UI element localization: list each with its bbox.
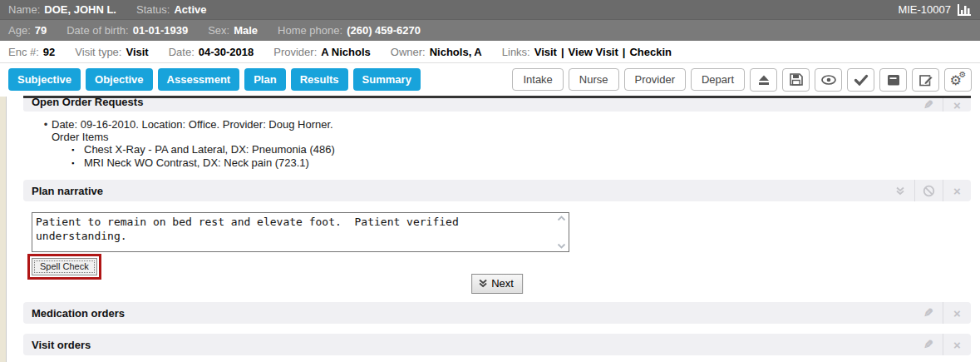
order-entry-summary: Date: 09-16-2010. Location: Office. Prov… [52, 118, 333, 131]
pencil-icon: ✎ [923, 339, 933, 350]
preview-button[interactable] [815, 68, 842, 92]
collapse-section-button[interactable] [886, 180, 914, 201]
age-label: Age: [8, 24, 31, 37]
square-bullet: ▪ [71, 143, 84, 156]
next-button-label: Next [491, 277, 514, 290]
remove-section-button[interactable]: × [943, 180, 971, 201]
chevron-double-down-icon [895, 186, 905, 196]
pencil-icon: ✎ [923, 307, 933, 319]
status-label: Status: [136, 3, 170, 16]
phone-value: (260) 459-6270 [347, 24, 421, 37]
link-view-visit[interactable]: View Visit [569, 46, 618, 58]
visit-type-label: Visit type: [75, 46, 121, 58]
checkmark-icon [854, 74, 869, 86]
dob-value: 01-01-1939 [133, 24, 189, 37]
edit-section-button[interactable]: ✎ [914, 334, 943, 355]
link-separator: | [561, 46, 564, 58]
close-icon: × [953, 307, 961, 320]
save-icon [789, 72, 804, 87]
tab-results[interactable]: Results [291, 68, 348, 91]
chart-stats-icon[interactable] [958, 4, 972, 16]
provider-label: Provider: [273, 46, 317, 58]
close-icon: × [953, 185, 961, 197]
dob-label: Date of birth: [66, 24, 128, 37]
link-checkin[interactable]: Checkin [629, 46, 672, 58]
patient-banner-primary: Name: DOE, JOHN L. Status: Active MIE-10… [0, 0, 980, 19]
circle-slash-icon [923, 185, 935, 197]
tab-subjective[interactable]: Subjective [8, 68, 81, 91]
encounter-content: Open Order Requests ✎ × • Date: 09-16-20… [0, 96, 980, 362]
age-value: 79 [35, 24, 47, 37]
close-icon: × [953, 339, 961, 351]
edit-section-button[interactable]: ✎ [914, 302, 943, 324]
spell-check-button[interactable]: Spell Check [32, 258, 97, 275]
provider-button[interactable]: Provider [624, 68, 686, 91]
tab-objective[interactable]: Objective [86, 68, 153, 91]
order-item-text: Chest X-Ray - PA and Lateral, DX: Pneumo… [84, 143, 335, 156]
status-value: Active [174, 3, 206, 16]
bullet: • [40, 118, 52, 131]
order-item-text: MRI Neck WO Contrast, DX: Neck pain (723… [84, 156, 309, 170]
plan-narrative-textarea[interactable]: Patient to remain on bed rest and elevat… [32, 213, 569, 251]
section-title: Medication orders [32, 307, 125, 320]
section-header-open-order-requests: Open Order Requests ✎ × [23, 96, 971, 112]
intake-button[interactable]: Intake [512, 68, 563, 91]
textarea-scrollbar[interactable] [554, 213, 569, 251]
close-icon: × [953, 99, 961, 112]
enc-label: Enc #: [8, 46, 39, 58]
visit-date-label: Date: [169, 46, 195, 58]
provider-value: A Nichols [321, 46, 370, 58]
square-bullet: ▪ [71, 156, 84, 170]
left-gutter [0, 97, 7, 362]
plan-narrative-field: Patient to remain on bed rest and elevat… [32, 212, 569, 252]
link-visit[interactable]: Visit [534, 46, 557, 58]
chevron-double-down-icon [478, 279, 488, 288]
record-id: MIE-10007 [898, 3, 951, 16]
settings-button[interactable]: ⚙ ⚙ [944, 68, 972, 92]
eye-icon [820, 74, 837, 86]
name-label: Name: [8, 3, 40, 16]
order-item: ▪ MRI Neck WO Contrast, DX: Neck pain (7… [71, 156, 971, 170]
encounter-info-bar: Enc #:92 Visit type:Visit Date:04-30-201… [0, 41, 980, 63]
links-group: Links: Visit | View Visit | Checkin [502, 46, 672, 58]
patient-banner-demographics: Age:79 Date of birth:01-01-1939 Sex:Male… [0, 19, 980, 41]
scroll-down-icon[interactable] [557, 243, 566, 249]
edit-button[interactable] [912, 68, 939, 92]
visit-type-value: Visit [126, 46, 148, 58]
links-label: Links: [502, 46, 530, 58]
annotation-highlight: Spell Check [27, 254, 101, 280]
patient-status-group: Status: Active [136, 3, 207, 16]
archive-box-icon [886, 73, 901, 87]
owner-value: Nichols, A [430, 46, 482, 58]
scroll-up-icon[interactable] [557, 216, 566, 221]
tab-plan[interactable]: Plan [244, 68, 285, 91]
next-button[interactable]: Next [471, 274, 523, 294]
order-item: ▪ Chest X-Ray - PA and Lateral, DX: Pneu… [71, 143, 971, 156]
nurse-button[interactable]: Nurse [569, 68, 619, 91]
sex-value: Male [234, 24, 258, 37]
tab-assessment[interactable]: Assessment [158, 68, 240, 91]
pencil-icon: ✎ [923, 99, 933, 111]
remove-section-button[interactable]: × [943, 98, 971, 112]
owner-label: Owner: [391, 46, 426, 58]
tab-summary[interactable]: Summary [353, 68, 421, 91]
encounter-toolbar: Subjective Objective Assessment Plan Res… [0, 63, 980, 96]
remove-section-button[interactable]: × [943, 302, 971, 324]
eject-button[interactable] [750, 68, 777, 92]
phone-label: Home phone: [278, 24, 342, 37]
save-button[interactable] [782, 68, 810, 92]
disable-section-button[interactable] [914, 180, 943, 201]
section-title: Visit orders [32, 339, 91, 351]
depart-button[interactable]: Depart [691, 68, 745, 91]
plan-narrative-actions: Spell Check Next [23, 252, 971, 300]
approve-button[interactable] [847, 68, 874, 92]
archive-button[interactable] [879, 68, 907, 92]
section-header-plan-narrative: Plan narrative × [23, 180, 971, 201]
remove-section-button[interactable]: × [943, 334, 971, 355]
patient-name-group: Name: DOE, JOHN L. [8, 3, 116, 16]
eject-icon [756, 73, 771, 87]
edit-section-button[interactable]: ✎ [914, 98, 943, 112]
order-items-label: Order Items [52, 131, 971, 143]
section-header-medication-orders: Medication orders ✎ × [23, 302, 971, 324]
visit-date-value: 04-30-2018 [199, 46, 254, 58]
